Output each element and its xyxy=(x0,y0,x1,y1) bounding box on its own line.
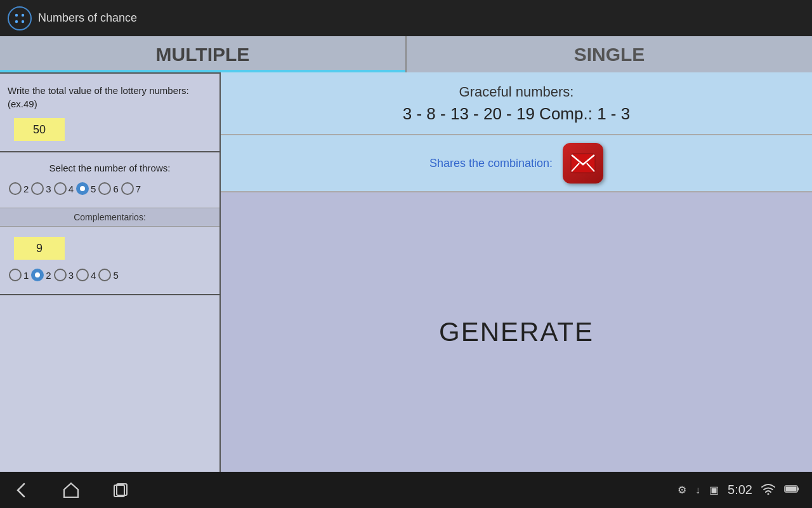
comp-label-3: 3 xyxy=(69,270,74,281)
left-panel: Write the total value of the lottery num… xyxy=(0,72,221,472)
throws-label-7: 7 xyxy=(136,184,141,194)
comp-option-2[interactable]: 2 xyxy=(31,269,51,281)
complementarios-section: 1 2 3 4 5 xyxy=(0,227,219,294)
download-status-icon: ↓ xyxy=(695,485,700,496)
nav-left xyxy=(13,481,129,499)
generate-area[interactable]: GENERATE xyxy=(221,192,812,472)
bottom-bar: ⚙ ↓ ▣ 5:02 xyxy=(0,472,812,508)
svg-point-1 xyxy=(22,13,24,16)
share-label: Shares the combination: xyxy=(429,157,553,170)
app-title: Numbers of chance xyxy=(38,11,137,25)
radio-2[interactable] xyxy=(9,182,22,195)
status-right: ⚙ ↓ ▣ 5:02 xyxy=(678,483,799,497)
comp-radio-5[interactable] xyxy=(98,269,111,281)
tab-multiple[interactable]: MULTIPLE xyxy=(0,36,405,72)
throws-option-3[interactable]: 3 xyxy=(31,182,51,195)
throws-label: Select the number of throws: xyxy=(8,163,212,173)
tab-single[interactable]: SINGLE xyxy=(407,36,812,72)
complementarios-value-input[interactable] xyxy=(14,237,65,260)
comp-label-1: 1 xyxy=(23,270,29,281)
comp-radio-4[interactable] xyxy=(76,269,89,281)
generate-button[interactable]: GENERATE xyxy=(439,317,594,347)
throws-label-4: 4 xyxy=(69,184,74,194)
divider-bottom xyxy=(0,294,219,295)
svg-marker-7 xyxy=(64,483,78,497)
throws-label-2: 2 xyxy=(23,184,29,194)
comp-radio-group: 1 2 3 4 5 xyxy=(8,266,212,284)
throws-label-3: 3 xyxy=(46,184,51,194)
radio-6[interactable] xyxy=(98,182,111,195)
throws-option-4[interactable]: 4 xyxy=(54,182,74,195)
throws-section: Select the number of throws: 2 3 4 5 xyxy=(0,152,219,208)
svg-point-0 xyxy=(15,13,18,16)
comp-radio-1[interactable] xyxy=(9,269,22,281)
throws-option-6[interactable]: 6 xyxy=(98,182,118,195)
comp-label-5: 5 xyxy=(113,270,118,281)
svg-rect-13 xyxy=(797,487,799,490)
home-button[interactable] xyxy=(62,481,80,499)
graceful-title: Graceful numbers: xyxy=(233,84,799,100)
clock: 5:02 xyxy=(728,483,752,497)
settings-status-icon: ⚙ xyxy=(678,484,686,496)
lottery-label: Write the total value of the lottery num… xyxy=(8,84,212,110)
svg-point-10 xyxy=(768,493,769,495)
share-row: Shares the combination: xyxy=(221,135,812,192)
complementarios-label: Complementarios: xyxy=(0,208,219,227)
comp-option-1[interactable]: 1 xyxy=(9,269,29,281)
throws-radio-group: 2 3 4 5 6 xyxy=(8,180,212,197)
comp-option-3[interactable]: 3 xyxy=(54,269,74,281)
throws-option-2[interactable]: 2 xyxy=(9,182,29,195)
radio-7[interactable] xyxy=(121,182,134,195)
comp-label-4: 4 xyxy=(91,270,96,281)
right-panel: Graceful numbers: 3 - 8 - 13 - 20 - 19 C… xyxy=(221,72,812,472)
svg-point-3 xyxy=(22,20,24,22)
screen-status-icon: ▣ xyxy=(709,484,719,496)
lottery-value-input[interactable] xyxy=(14,118,65,141)
comp-radio-3[interactable] xyxy=(54,269,67,281)
throws-label-6: 6 xyxy=(113,184,118,194)
results-area: Graceful numbers: 3 - 8 - 13 - 20 - 19 C… xyxy=(221,72,812,135)
radio-4[interactable] xyxy=(54,182,67,195)
top-bar: Numbers of chance xyxy=(0,0,812,36)
recents-button[interactable] xyxy=(112,481,129,499)
comp-label-2: 2 xyxy=(46,270,51,281)
back-button[interactable] xyxy=(13,481,30,499)
svg-rect-12 xyxy=(786,486,797,491)
lottery-section: Write the total value of the lottery num… xyxy=(0,74,219,151)
radio-3[interactable] xyxy=(31,182,44,195)
share-button[interactable] xyxy=(563,143,603,184)
comp-option-5[interactable]: 5 xyxy=(98,269,118,281)
throws-option-7[interactable]: 7 xyxy=(121,182,141,195)
wifi-icon xyxy=(761,483,775,497)
throws-label-5: 5 xyxy=(91,184,96,194)
radio-5[interactable] xyxy=(76,182,89,195)
svg-point-2 xyxy=(15,20,18,22)
tab-bar: MULTIPLE SINGLE xyxy=(0,36,812,72)
battery-icon xyxy=(784,485,799,496)
throws-option-5[interactable]: 5 xyxy=(76,182,96,195)
main-content: Write the total value of the lottery num… xyxy=(0,72,812,472)
comp-option-4[interactable]: 4 xyxy=(76,269,96,281)
graceful-numbers: 3 - 8 - 13 - 20 - 19 Comp.: 1 - 3 xyxy=(233,104,799,124)
comp-radio-2[interactable] xyxy=(31,269,44,281)
app-icon xyxy=(8,6,32,30)
